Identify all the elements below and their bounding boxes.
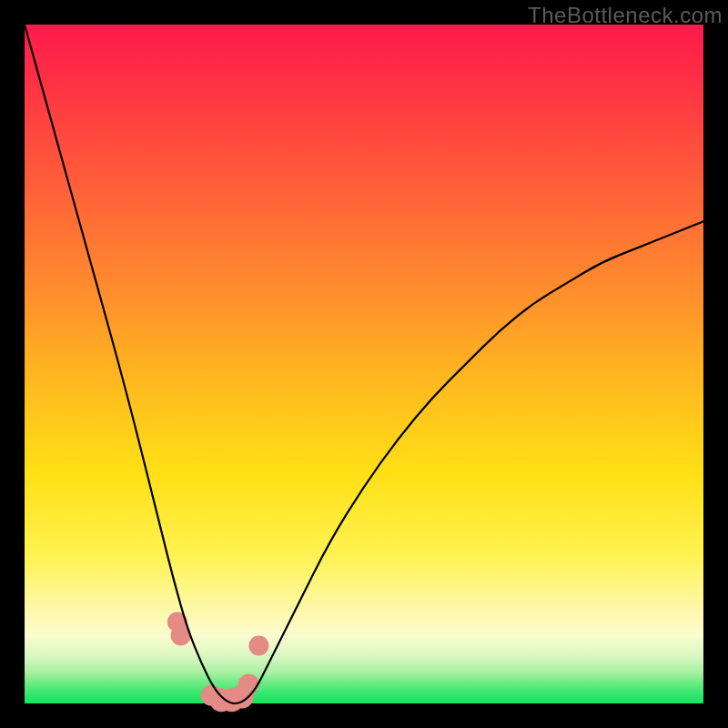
- chart-frame: TheBottleneck.com: [0, 0, 728, 728]
- chart-marker: [248, 636, 268, 656]
- chart-plot-area: [25, 25, 703, 703]
- bottleneck-curve: [25, 25, 703, 703]
- chart-marker: [238, 674, 259, 695]
- watermark-text: TheBottleneck.com: [528, 3, 723, 28]
- chart-markers: [167, 612, 269, 712]
- chart-svg: [25, 25, 703, 703]
